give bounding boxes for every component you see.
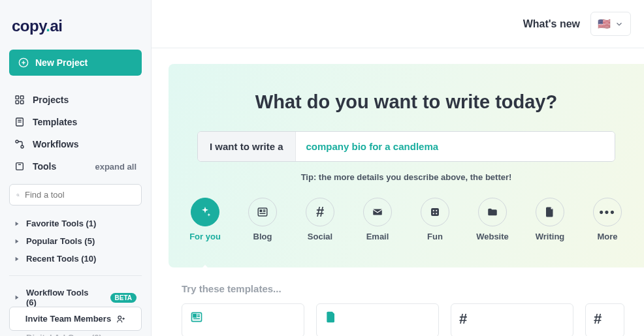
svg-rect-4 <box>20 96 24 99</box>
invite-team-button[interactable]: Invite Team Members <box>9 307 142 331</box>
template-icon <box>14 117 25 127</box>
svg-marker-16 <box>16 239 19 243</box>
prompt-tip: Tip: the more details you describe above… <box>169 172 644 182</box>
prompt-input[interactable] <box>296 132 615 161</box>
search-icon <box>16 191 20 200</box>
hash-icon: # <box>459 311 467 328</box>
template-card[interactable]: # <box>585 303 624 336</box>
cat-fun[interactable]: Fun <box>415 198 455 241</box>
tool-search[interactable] <box>9 184 142 206</box>
cat-label: Fun <box>427 232 443 241</box>
cat-label: Writing <box>536 232 565 241</box>
chevron-right-icon <box>14 221 20 226</box>
cat-blog[interactable]: Blog <box>243 198 282 241</box>
user-plus-icon <box>116 314 125 324</box>
dots-icon: ••• <box>593 198 622 226</box>
prompt-row: I want to write a <box>197 131 615 162</box>
cat-social[interactable]: # Social <box>300 198 340 241</box>
invite-label: Invite Team Members <box>25 314 111 324</box>
folder-icon <box>487 206 498 218</box>
logo[interactable]: copy.ai <box>12 17 142 35</box>
svg-point-33 <box>433 213 434 214</box>
svg-rect-6 <box>20 100 24 104</box>
tree-label: Workflow Tools (6) <box>26 288 101 307</box>
svg-point-32 <box>436 210 437 211</box>
templates-section: Try these templates... # # <box>152 267 644 336</box>
newspaper-icon <box>257 206 268 218</box>
tree-label: Popular Tools (5) <box>26 236 95 246</box>
tree-label: Digital Ad Copy (0) <box>26 333 102 336</box>
tree-popular-tools[interactable]: Popular Tools (5) <box>9 232 142 250</box>
svg-point-21 <box>118 316 121 319</box>
nav-workflows-label: Workflows <box>33 139 79 149</box>
beta-badge: BETA <box>110 293 137 303</box>
sidebar: copy.ai New Project Projects Templates W… <box>0 0 152 336</box>
cat-label: Blog <box>253 232 272 241</box>
tree-recent-tools[interactable]: Recent Tools (10) <box>9 250 142 267</box>
cat-for-you[interactable]: For you <box>185 198 225 241</box>
svg-rect-29 <box>373 209 382 215</box>
newspaper-icon <box>190 311 203 324</box>
cat-website[interactable]: Website <box>473 198 512 241</box>
logo-text-2: ai <box>50 17 62 35</box>
tools-icon <box>14 161 25 172</box>
hero: What do you want to write today? I want … <box>169 64 644 267</box>
nav-tools[interactable]: Tools <box>14 161 56 172</box>
tree-label: Favorite Tools (1) <box>26 219 96 228</box>
chevron-right-icon <box>14 256 20 262</box>
hash-icon: # <box>594 311 602 328</box>
grid-icon <box>14 95 25 105</box>
expand-all-button[interactable]: expand all <box>95 162 137 172</box>
locale-selector[interactable]: 🇺🇸 <box>590 12 631 36</box>
new-project-button[interactable]: New Project <box>9 50 142 76</box>
svg-rect-3 <box>16 96 19 99</box>
sparkle-icon <box>199 206 212 219</box>
template-card[interactable] <box>182 303 304 336</box>
svg-rect-36 <box>193 314 196 317</box>
dice-icon <box>429 206 441 218</box>
svg-point-34 <box>436 213 437 214</box>
cat-more[interactable]: ••• More <box>588 198 627 241</box>
logo-text-1: copy <box>12 17 46 35</box>
svg-marker-18 <box>16 296 19 299</box>
active-caret <box>197 265 213 273</box>
templates-title: Try these templates... <box>182 283 644 294</box>
divider <box>9 275 142 276</box>
tool-search-input[interactable] <box>25 190 135 200</box>
main: What's new 🇺🇸 What do you want to write … <box>152 0 644 336</box>
tree-label: Recent Tools (10) <box>26 254 96 264</box>
nav-projects-label: Projects <box>33 95 69 105</box>
svg-point-11 <box>21 145 24 148</box>
nav-templates[interactable]: Templates <box>9 111 142 133</box>
chevron-right-icon <box>14 295 20 300</box>
svg-rect-30 <box>431 208 439 216</box>
cat-writing[interactable]: Writing <box>530 198 570 241</box>
svg-point-10 <box>16 140 18 143</box>
file-icon <box>325 311 338 324</box>
svg-point-31 <box>433 210 434 211</box>
flag-icon: 🇺🇸 <box>598 18 611 30</box>
hash-icon: # <box>306 198 334 226</box>
nav-workflows[interactable]: Workflows <box>9 133 142 155</box>
tree-favorite-tools[interactable]: Favorite Tools (1) <box>9 215 142 232</box>
nav-tools-label: Tools <box>33 161 56 172</box>
prompt-prefix: I want to write a <box>198 132 296 161</box>
template-card[interactable] <box>316 303 439 336</box>
svg-rect-5 <box>16 100 19 104</box>
chevron-down-icon <box>615 20 624 29</box>
cat-email[interactable]: Email <box>358 198 397 241</box>
cat-label: More <box>597 232 617 241</box>
template-card[interactable]: # <box>451 303 573 336</box>
svg-rect-24 <box>258 208 267 216</box>
template-cards: # # <box>182 303 644 336</box>
nav-projects[interactable]: Projects <box>9 89 142 111</box>
whats-new-link[interactable]: What's new <box>523 18 580 30</box>
topbar: What's new 🇺🇸 <box>152 0 644 48</box>
svg-line-14 <box>18 195 19 196</box>
category-row: For you Blog # Social Email Fun Websi <box>169 198 644 241</box>
file-icon <box>544 206 556 218</box>
svg-rect-12 <box>16 163 24 170</box>
envelope-icon <box>372 206 383 218</box>
new-project-label: New Project <box>35 57 88 68</box>
svg-marker-17 <box>16 256 19 260</box>
